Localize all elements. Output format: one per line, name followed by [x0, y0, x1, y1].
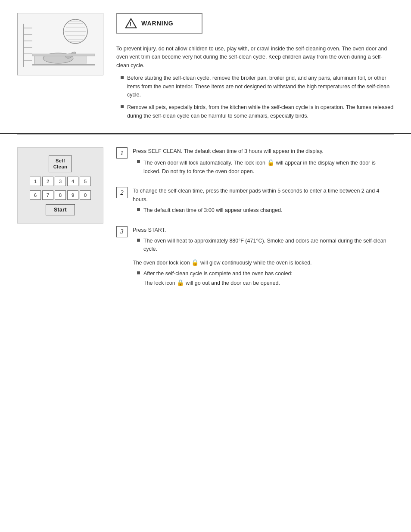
step-1-row: 1 Press SELF CLEAN. The default clean ti…: [116, 147, 394, 180]
key-6[interactable]: 6: [30, 190, 41, 200]
top-text-area: ! WARNING To prevent injury, do not allo…: [116, 13, 394, 124]
top-body-text-1: To prevent injury, do not allow children…: [116, 45, 394, 70]
step-3-bullet-1: The oven will heat to approximately 880°…: [137, 237, 394, 254]
key-1[interactable]: 1: [30, 177, 41, 186]
step-3-bullet-2-icon: [137, 271, 140, 274]
start-button[interactable]: Start: [46, 204, 75, 215]
lock-icon-2: 🔒: [191, 259, 200, 266]
step-3-bullet-1-icon: [137, 239, 140, 242]
page: ! WARNING To prevent injury, do not allo…: [0, 0, 411, 532]
top-section: ! WARNING To prevent injury, do not allo…: [0, 0, 411, 134]
step-1-number: 1: [116, 147, 128, 159]
key-4[interactable]: 4: [67, 177, 78, 186]
step-2-row: 2 To change the self-clean time, press t…: [116, 187, 394, 219]
step-3-bullet-1-text: The oven will heat to approximately 880°…: [143, 237, 394, 254]
warning-triangle-icon: !: [125, 17, 137, 29]
step-2-text: To change the self-clean time, press the…: [133, 187, 394, 219]
step-3-text: Press START. The oven will heat to appro…: [133, 226, 394, 292]
warning-label: WARNING: [141, 20, 174, 27]
step-2-number: 2: [116, 187, 128, 198]
lock-icon-1: 🔒: [267, 159, 276, 166]
keypad-panel: Self Clean 1 2 3 4 5 6 7 8 9 0: [17, 147, 103, 224]
step-2-main: To change the self-clean time, press the…: [133, 188, 380, 202]
top-bullet-text-1: Before starting the self-clean cycle, re…: [127, 74, 394, 99]
step-3-main: Press START.: [133, 227, 166, 233]
key-0[interactable]: 0: [80, 190, 91, 200]
step-1-text: Press SELF CLEAN. The default clean time…: [133, 147, 394, 180]
key-5[interactable]: 5: [80, 177, 91, 186]
bottom-content: Self Clean 1 2 3 4 5 6 7 8 9 0: [17, 147, 394, 299]
step-3-bullet-2: After the self-clean cycle is complete a…: [137, 270, 394, 287]
warning-box: ! WARNING: [116, 13, 202, 34]
top-bullet-2: Remove all pets, especially birds, from …: [121, 103, 394, 120]
warning-row: ! WARNING: [116, 13, 394, 39]
step-1-bullet-text: The oven door will lock automatically. T…: [143, 158, 394, 176]
self-clean-button[interactable]: Self Clean: [49, 156, 72, 172]
step-2-bullet-icon: [137, 208, 140, 211]
svg-rect-20: [32, 54, 95, 56]
bullet-icon-1: [121, 76, 124, 79]
keypad-row-1: 1 2 3 4 5: [30, 177, 91, 186]
keypad-row-2: 6 7 8 9 0: [30, 190, 91, 200]
bullet-icon-2: [121, 105, 124, 108]
top-content: ! WARNING To prevent injury, do not allo…: [17, 13, 394, 124]
step-1-bullet: The oven door will lock automatically. T…: [137, 158, 394, 176]
bottom-section: Self Clean 1 2 3 4 5 6 7 8 9 0: [0, 134, 411, 311]
step-2-bullet-text: The default clean time of 3:00 will appe…: [143, 206, 282, 215]
step-3-number: 3: [116, 226, 128, 237]
step-3-bullet-2-text: After the self-clean cycle is complete a…: [143, 270, 293, 287]
key-9[interactable]: 9: [67, 190, 78, 200]
key-7[interactable]: 7: [42, 190, 53, 200]
key-2[interactable]: 2: [42, 177, 53, 186]
key-8[interactable]: 8: [55, 190, 66, 200]
step-3-row: 3 Press START. The oven will heat to app…: [116, 226, 394, 292]
self-clean-line1: Self: [53, 158, 67, 164]
top-bullet-text-2: Remove all pets, especially birds, from …: [127, 103, 394, 120]
step-3-lock-note: The oven door lock icon 🔒 will glow cont…: [133, 258, 394, 268]
step-2-bullet: The default clean time of 3:00 will appe…: [137, 206, 394, 215]
self-clean-line2: Clean: [53, 164, 67, 170]
step-1-bullet-icon: [137, 160, 140, 163]
lock-icon-3: 🔒: [177, 279, 186, 286]
start-label: Start: [54, 207, 67, 213]
svg-text:!: !: [130, 21, 132, 28]
steps-area: 1 Press SELF CLEAN. The default clean ti…: [116, 147, 394, 299]
top-bullet-1: Before starting the self-clean cycle, re…: [121, 74, 394, 99]
step-1-main: Press SELF CLEAN. The default clean time…: [133, 148, 324, 154]
oven-illustration: [17, 13, 103, 75]
key-3[interactable]: 3: [55, 177, 66, 186]
svg-rect-19: [32, 64, 95, 65]
